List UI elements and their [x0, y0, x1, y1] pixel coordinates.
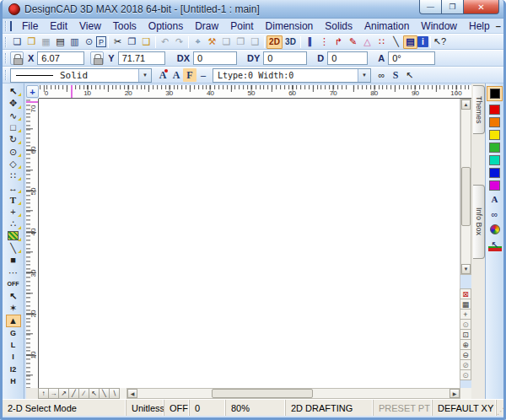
menu-view[interactable]: View: [73, 19, 107, 33]
scroll-up-button[interactable]: ▲: [461, 100, 471, 110]
selected-color[interactable]: [487, 86, 503, 101]
redo-icon[interactable]: ↷: [172, 35, 186, 49]
color-swatch-green[interactable]: [489, 143, 500, 153]
minimize-button[interactable]: —: [419, 0, 442, 14]
open-file-icon[interactable]: ❒: [24, 35, 39, 49]
undo-icon[interactable]: ↶: [158, 35, 172, 49]
font-down-button[interactable]: A: [170, 68, 183, 82]
dropdown-arrow-icon[interactable]: ▼: [358, 69, 370, 82]
parallel-icon[interactable]: ∥: [303, 35, 317, 49]
drawing-canvas[interactable]: [39, 99, 460, 388]
menu-animation[interactable]: Animation: [358, 19, 415, 33]
snap-i2-button[interactable]: I2: [6, 363, 21, 375]
color-swatch-yellow[interactable]: [489, 130, 500, 140]
view-attributes-icon[interactable]: ∞: [374, 68, 389, 82]
hatch-tool-icon[interactable]: [6, 230, 21, 242]
wand-tool-icon[interactable]: ✶: [6, 302, 21, 314]
move-tool-icon[interactable]: ✥: [6, 97, 21, 109]
sketch-line-icon[interactable]: ✎: [346, 35, 360, 49]
view-glasses-icon[interactable]: ∞: [488, 208, 502, 221]
set-square-icon[interactable]: △: [360, 35, 374, 49]
print-preview-icon[interactable]: ▥: [67, 35, 82, 49]
line-tool-icon[interactable]: ╲: [6, 242, 21, 254]
window-2-icon[interactable]: ❐: [234, 35, 248, 49]
scroll-left-button[interactable]: ◀: [127, 389, 137, 398]
mode-2d-button[interactable]: 2D: [266, 35, 283, 49]
color-swatch-icon[interactable]: ■: [6, 254, 21, 266]
curve-tool-icon[interactable]: ∿: [6, 110, 21, 121]
pick-color-icon[interactable]: ↖: [488, 239, 502, 251]
connect-tool-icon[interactable]: ∴: [6, 218, 21, 229]
move-point-icon[interactable]: ⌖: [191, 35, 205, 49]
color-swatch-black[interactable]: [490, 89, 500, 99]
maximize-button[interactable]: ❐: [441, 0, 464, 14]
window-3-icon[interactable]: ❑: [248, 35, 262, 49]
box-tool-icon[interactable]: □: [6, 121, 21, 133]
menu-draw[interactable]: Draw: [189, 19, 224, 33]
color-swatch-red[interactable]: [489, 105, 500, 115]
mdi-minimize-button[interactable]: –: [496, 20, 501, 32]
zoom-full-icon[interactable]: ⊙: [460, 369, 471, 380]
dx-input[interactable]: 0: [193, 51, 237, 65]
y-input[interactable]: 71.71: [118, 51, 165, 65]
color-swatch-blue[interactable]: [489, 168, 500, 178]
snap-i-button[interactable]: I: [6, 351, 21, 363]
line-dots-icon[interactable]: ⋯: [6, 266, 21, 277]
snap-h-button[interactable]: H: [6, 375, 21, 387]
point-tool-icon[interactable]: +: [6, 206, 21, 218]
menu-solids[interactable]: Solids: [319, 19, 358, 33]
paste-icon[interactable]: ❑: [139, 35, 153, 49]
snap-l-button[interactable]: L: [6, 339, 21, 351]
a-input[interactable]: 0°: [388, 51, 435, 65]
line-pick-icon[interactable]: ╲: [389, 35, 403, 49]
color-swatch-magenta[interactable]: [489, 180, 500, 191]
lock-y-icon[interactable]: [90, 51, 104, 65]
polygon-tool-icon[interactable]: ◇: [6, 158, 21, 170]
help-pointer-icon[interactable]: ↖?: [433, 35, 447, 49]
dy-input[interactable]: 0: [263, 51, 307, 65]
menu-point[interactable]: Point: [224, 19, 259, 33]
menu-dimension[interactable]: Dimension: [260, 19, 320, 33]
page-zoom-icon[interactable]: ⊙: [82, 35, 96, 49]
save-file-icon[interactable]: ▦: [39, 35, 53, 49]
page-setup-icon[interactable]: P: [96, 36, 106, 47]
ortho-triangle-tool-icon[interactable]: ▲: [6, 315, 21, 327]
scroll-right-button[interactable]: ▶: [449, 389, 460, 398]
pick-style-icon[interactable]: ↖: [402, 68, 417, 82]
color-swatch-orange[interactable]: [489, 117, 500, 127]
menu-help[interactable]: Help: [463, 19, 496, 33]
dropdown-arrow-icon[interactable]: ▼: [138, 69, 151, 82]
resize-grip[interactable]: ⋰: [497, 400, 506, 416]
select-tool-icon[interactable]: ↖: [6, 85, 21, 97]
print-icon[interactable]: ▤: [53, 35, 67, 49]
menu-options[interactable]: Options: [143, 19, 189, 33]
dimension-tool-icon[interactable]: ↔: [6, 181, 21, 193]
arc-tool-icon[interactable]: ↻: [6, 133, 21, 145]
snap-off-button[interactable]: OFF: [6, 278, 21, 290]
menu-edit[interactable]: Edit: [44, 19, 73, 33]
select-plus-tool-icon[interactable]: ↖: [6, 290, 21, 302]
copy-icon[interactable]: ❐: [125, 35, 139, 49]
line-style-dropdown[interactable]: Solid ▼: [10, 68, 152, 83]
dir-down2-button[interactable]: ∖: [109, 388, 120, 399]
menu-tools[interactable]: Tools: [107, 19, 143, 33]
tab-info-box[interactable]: Info Box: [473, 185, 485, 259]
section-button[interactable]: S: [389, 68, 402, 82]
text-color-button[interactable]: A: [488, 193, 502, 206]
menu-file[interactable]: File: [16, 19, 44, 33]
circle-tool-icon[interactable]: ⊙: [6, 145, 21, 157]
close-button[interactable]: ✕: [463, 0, 499, 14]
font-up-button[interactable]: A: [156, 68, 170, 82]
mode-3d-button[interactable]: 3D: [283, 35, 299, 49]
tools-icon[interactable]: ⚒: [205, 35, 219, 49]
text-tool-icon[interactable]: T: [6, 194, 21, 206]
snap-g-button[interactable]: G: [6, 327, 21, 339]
fill-toggle-button[interactable]: F: [183, 68, 196, 82]
vertical-scroll-thumb[interactable]: [461, 167, 471, 226]
cut-icon[interactable]: ✂: [110, 35, 125, 49]
new-file-icon[interactable]: ❏: [10, 35, 24, 49]
window-1-icon[interactable]: ❏: [219, 35, 234, 49]
menu-window[interactable]: Window: [415, 19, 463, 33]
scroll-down-button[interactable]: ▼: [461, 264, 471, 274]
array-tool-icon[interactable]: ∷: [6, 170, 21, 181]
